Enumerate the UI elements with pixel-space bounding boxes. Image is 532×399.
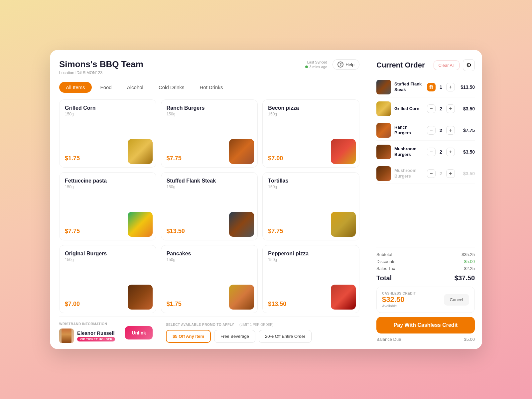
header-right: Last Synced 3 mins ago ? Help — [305, 59, 359, 70]
order-item-price: $13.50 — [458, 84, 475, 90]
discounts-row: Discounts - $5.00 — [376, 259, 475, 264]
promo-20-off[interactable]: 20% Off Entire Order — [259, 330, 312, 343]
increase-qty-button[interactable]: + — [446, 169, 455, 178]
qty-value: 2 — [438, 128, 444, 133]
decrease-qty-button[interactable]: − — [427, 169, 436, 178]
order-item-name: Grilled Corn — [394, 106, 424, 112]
right-panel: Current Order Clear All ⚙ Stuffed Flank … — [369, 50, 482, 349]
balance-label: Balance Due — [376, 337, 401, 342]
order-item: Ranch Burgers − 2 + $7.75 — [376, 120, 475, 141]
order-item-price: $7.75 — [458, 128, 475, 133]
menu-card-weight: 150g — [167, 185, 252, 189]
help-label: Help — [345, 62, 354, 67]
menu-card-image — [229, 212, 254, 237]
menu-card-weight: 150g — [167, 257, 252, 262]
order-item: Mushroom Burgers − 2 + $3.50 — [376, 142, 475, 162]
menu-card-2[interactable]: Ranch Burgers 150g $7.75 — [161, 99, 258, 168]
menu-card-image — [128, 285, 153, 310]
wristband-label: WRISTBAND INFORMATION — [59, 322, 115, 326]
cashless-amount: $32.50 — [382, 295, 416, 304]
qty-value: 1 — [438, 84, 444, 90]
menu-card-3[interactable]: Becon pizza 150g $7.00 — [262, 99, 359, 168]
cashless-cancel-button[interactable]: Cancel — [444, 294, 469, 306]
clear-all-button[interactable]: Clear All — [434, 61, 460, 70]
menu-grid: Grilled Corn 150g $1.75 Ranch Burgers 15… — [59, 99, 359, 317]
increase-qty-button[interactable]: + — [446, 104, 455, 113]
tab-hot-drinks[interactable]: Hot Drinks — [193, 82, 229, 93]
qty-value: 2 — [438, 171, 444, 176]
menu-card-image — [229, 285, 254, 310]
sync-label: Last Synced — [307, 60, 328, 64]
order-item-name: Ranch Burgers — [394, 125, 424, 136]
qty-value: 2 — [438, 106, 444, 111]
increase-qty-button[interactable]: + — [446, 148, 455, 156]
order-item-name: Mushroom Burgers — [394, 146, 424, 158]
category-tabs: All Items Food Alcohol Cold Drinks Hot D… — [59, 82, 359, 93]
menu-card-image — [331, 285, 356, 310]
increase-qty-button[interactable]: + — [446, 83, 455, 91]
menu-card-7[interactable]: Original Burgers 150g $7.00 — [59, 245, 156, 313]
balance-row: Balance Due $5.00 — [376, 337, 475, 342]
order-item-image — [376, 80, 391, 94]
wristband-section: WRISTBAND INFORMATION Eleanor Russell VI… — [59, 322, 115, 343]
menu-card-name: Stuffed Flank Steak — [167, 178, 252, 184]
menu-card-weight: 150g — [65, 185, 151, 189]
cashless-available: Available — [382, 304, 416, 308]
menu-card-9[interactable]: Pepperoni pizza 150g $13.50 — [262, 245, 359, 313]
app-container: Simons's BBQ Team Location ID# SIMON123 … — [50, 50, 482, 349]
header: Simons's BBQ Team Location ID# SIMON123 … — [59, 59, 359, 75]
menu-card-weight: 150g — [268, 112, 354, 116]
menu-card-name: Becon pizza — [268, 105, 354, 111]
promo-header: SELECT AVAILABLE PROMO TO APPLY (LIMIT 1… — [166, 323, 359, 327]
gear-icon: ⚙ — [466, 62, 471, 69]
settings-button[interactable]: ⚙ — [463, 59, 475, 71]
order-header: Current Order Clear All ⚙ — [376, 59, 475, 71]
order-item-name: Stuffed Flank Steak — [394, 81, 424, 93]
promo-5-off[interactable]: $5 Off Any Item — [166, 330, 211, 343]
avatar-figure — [62, 329, 71, 343]
user-info: Eleanor Russell VIP TICKET HOLDER — [59, 329, 115, 343]
menu-card-5[interactable]: Stuffed Flank Steak 150g $13.50 — [161, 172, 258, 240]
menu-card-6[interactable]: Tortillas 150g $7.75 — [262, 172, 359, 240]
tax-label: Sales Tax — [376, 266, 395, 271]
menu-card-1[interactable]: Grilled Corn 150g $1.75 — [59, 99, 156, 168]
menu-card-name: Pancakes — [167, 251, 252, 257]
order-items-list: Stuffed Flank Steak 🗑 1 + $13.50 Grilled… — [376, 77, 475, 245]
tab-food[interactable]: Food — [94, 82, 118, 93]
tab-cold-drinks[interactable]: Cold Drinks — [152, 82, 191, 93]
delete-item-button[interactable]: 🗑 — [427, 83, 436, 91]
sync-dot: 3 mins ago — [305, 65, 327, 69]
left-panel: Simons's BBQ Team Location ID# SIMON123 … — [50, 50, 369, 349]
sync-status-icon — [305, 66, 308, 68]
menu-card-8[interactable]: Pancakes 150g $1.75 — [161, 245, 258, 313]
decrease-qty-button[interactable]: − — [427, 126, 436, 135]
menu-card-weight: 150g — [65, 257, 151, 262]
app-title: Simons's BBQ Team — [59, 59, 143, 69]
promo-label: SELECT AVAILABLE PROMO TO APPLY — [166, 323, 234, 327]
qty-controls: − 2 + — [427, 169, 455, 178]
promo-limit: (LIMIT 1 PER ORDER) — [239, 323, 274, 327]
tab-alcohol[interactable]: Alcohol — [120, 82, 150, 93]
promo-section: SELECT AVAILABLE PROMO TO APPLY (LIMIT 1… — [166, 323, 359, 343]
totals-section: Subtotal $35.25 Discounts - $5.00 Sales … — [376, 247, 475, 287]
order-item-price: $3.50 — [458, 171, 475, 176]
location-id: Location ID# SIMON123 — [59, 70, 143, 75]
increase-qty-button[interactable]: + — [446, 126, 455, 135]
menu-card-name: Ranch Burgers — [167, 105, 252, 111]
decrease-qty-button[interactable]: − — [427, 104, 436, 113]
bottom-bar: WRISTBAND INFORMATION Eleanor Russell VI… — [59, 317, 359, 349]
tab-all-items[interactable]: All Items — [59, 82, 92, 93]
unlink-button[interactable]: Unlink — [125, 326, 153, 339]
decrease-qty-button[interactable]: − — [427, 148, 436, 156]
order-actions: Clear All ⚙ — [434, 59, 475, 71]
pay-button[interactable]: Pay With Cashless Credit — [376, 317, 475, 333]
help-button[interactable]: ? Help — [332, 59, 359, 70]
menu-card-weight: 150g — [167, 112, 252, 116]
menu-card-image — [229, 139, 254, 164]
menu-card-name: Grilled Corn — [65, 105, 151, 111]
user-name: Eleanor Russell — [77, 330, 115, 336]
qty-controls: 🗑 1 + — [427, 83, 455, 91]
order-item-image — [376, 123, 391, 138]
promo-free-beverage[interactable]: Free Beverage — [214, 330, 255, 343]
menu-card-4[interactable]: Fettuccine pasta 150g $7.75 — [59, 172, 156, 240]
